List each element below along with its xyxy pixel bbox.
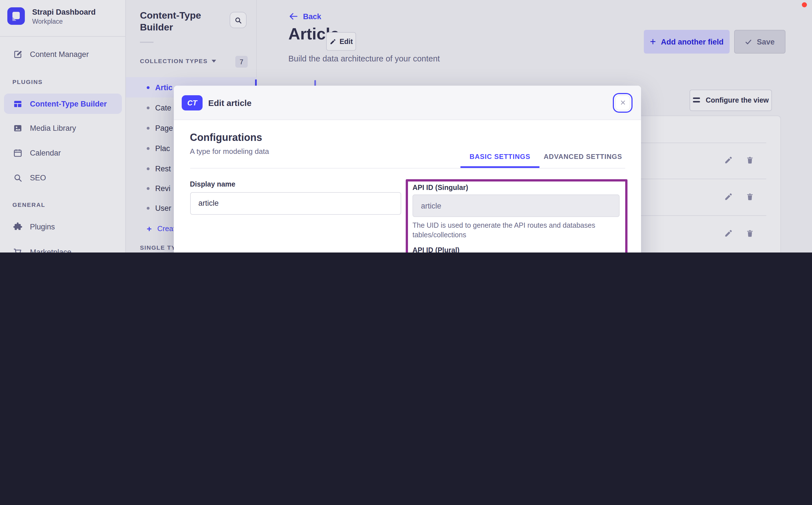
tabs-divider bbox=[190, 168, 625, 168]
tab-advanced-settings[interactable]: ADVANCED SETTINGS bbox=[544, 152, 622, 160]
tab-basic-settings[interactable]: BASIC SETTINGS bbox=[460, 152, 540, 160]
strapi-dashboard: Strapi Dashboard Workplace Content Manag… bbox=[0, 0, 812, 252]
api-id-singular-label: API ID (Singular) bbox=[413, 183, 468, 191]
modal-header: CT Edit article bbox=[174, 86, 641, 120]
modal-subheading: A type for modeling data bbox=[190, 147, 269, 155]
close-modal-button[interactable] bbox=[615, 95, 630, 110]
api-id-singular-help: The UID is used to generate the API rout… bbox=[413, 221, 622, 240]
api-id-singular-input[interactable] bbox=[413, 194, 619, 217]
api-id-plural-label: API ID (Plural) bbox=[413, 246, 460, 252]
edit-article-modal: CT Edit article Configurations A type fo… bbox=[174, 86, 641, 252]
active-tab-underline bbox=[460, 166, 540, 168]
content-type-badge: CT bbox=[182, 95, 203, 110]
display-name-label: Display name bbox=[190, 180, 235, 188]
modal-title: Edit article bbox=[208, 98, 251, 107]
modal-heading: Configurations bbox=[190, 132, 262, 143]
display-name-input[interactable] bbox=[190, 192, 401, 214]
recording-indicator-dot bbox=[802, 2, 807, 7]
close-icon bbox=[619, 99, 626, 106]
